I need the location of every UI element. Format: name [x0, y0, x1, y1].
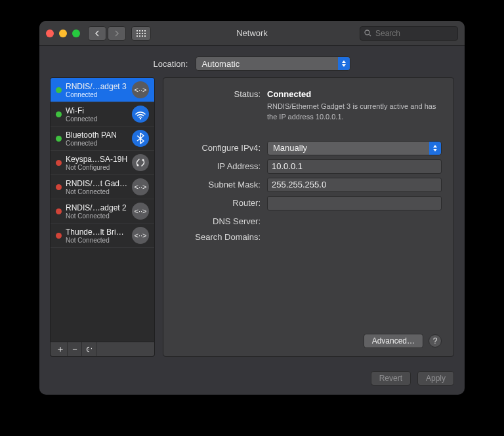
status-description: RNDIS/Ethernet Gadget 3 is currently act…: [267, 102, 442, 123]
interfaces-sidebar: RNDIS/…adget 3Connected<··>Wi-FiConnecte…: [50, 77, 155, 357]
svg-text:<··>: <··>: [135, 183, 147, 191]
svg-rect-11: [144, 35, 146, 37]
search-field[interactable]: [360, 26, 458, 41]
cable-icon: <··>: [132, 227, 149, 244]
search-domains-label: Search Domains:: [175, 230, 267, 242]
status-dot-icon: [56, 184, 62, 190]
close-window-icon[interactable]: [46, 30, 54, 37]
chevron-down-icon: [91, 347, 92, 351]
fullscreen-window-icon[interactable]: [72, 30, 80, 37]
interface-status: Connected: [66, 91, 128, 98]
svg-rect-10: [142, 35, 143, 37]
sidebar-item[interactable]: Wi-FiConnected: [51, 102, 154, 127]
location-value: Automatic: [201, 59, 240, 69]
configure-ipv4-select[interactable]: Manually: [267, 141, 442, 155]
back-button[interactable]: [88, 26, 106, 41]
interface-name: Thunde…lt Bridge: [66, 228, 128, 237]
cable-icon: <··>: [132, 178, 149, 195]
sidebar-item[interactable]: RNDIS/…adget 2Not Connected<··>: [51, 199, 154, 224]
bottom-actions: Revert Apply: [39, 365, 465, 395]
interface-status: Not Connected: [66, 188, 128, 195]
svg-rect-1: [139, 30, 140, 31]
subnet-mask-label: Subnet Mask:: [175, 178, 267, 189]
forward-button[interactable]: [108, 26, 126, 41]
sidebar-item[interactable]: Bluetooth PANConnected: [51, 127, 154, 151]
search-icon: [364, 30, 371, 37]
sidebar-item[interactable]: RNDIS/…adget 3Connected<··>: [51, 78, 154, 102]
search-domains-value: [267, 230, 442, 232]
cable-icon: <··>: [132, 81, 149, 98]
show-all-button[interactable]: [131, 26, 151, 41]
svg-rect-2: [142, 30, 143, 31]
network-preferences-window: Network Location: Automatic RNDIS/…adget…: [39, 21, 465, 395]
interface-name: Keyspa…SA-19H: [66, 155, 128, 164]
bluetooth-icon: [132, 130, 149, 147]
wifi-icon: [132, 106, 149, 123]
svg-text:<··>: <··>: [135, 207, 147, 215]
help-button[interactable]: ?: [429, 334, 442, 347]
svg-point-29: [89, 349, 89, 350]
remove-interface-button[interactable]: －: [68, 342, 82, 356]
chevron-right-icon: [114, 30, 119, 37]
interface-name: RNDIS/…t Gadget: [66, 179, 128, 188]
interface-actions-button[interactable]: [82, 342, 96, 356]
svg-rect-9: [139, 35, 140, 37]
svg-point-19: [132, 154, 149, 171]
svg-point-20: [137, 165, 139, 167]
dns-server-label: DNS Server:: [175, 214, 267, 226]
serial-icon: [132, 154, 149, 171]
status-dot-icon: [56, 208, 62, 214]
svg-text:<··>: <··>: [135, 231, 147, 239]
status-dot-icon: [56, 87, 62, 93]
gear-icon: [86, 346, 89, 353]
status-dot-icon: [56, 111, 62, 117]
add-interface-button[interactable]: ＋: [53, 342, 68, 356]
interface-name: Bluetooth PAN: [66, 130, 128, 140]
interface-status: Connected: [66, 115, 128, 123]
search-input[interactable]: [374, 28, 453, 39]
interface-status: Not Configured: [66, 164, 128, 171]
select-arrows-icon: [338, 57, 350, 70]
svg-rect-8: [136, 35, 138, 37]
interface-name: RNDIS/…adget 3: [66, 82, 128, 91]
location-label: Location:: [154, 59, 188, 69]
svg-point-12: [365, 30, 369, 35]
status-dot-icon: [56, 136, 62, 142]
advanced-button[interactable]: Advanced…: [364, 334, 423, 348]
sidebar-item[interactable]: RNDIS/…t GadgetNot Connected<··>: [51, 175, 154, 199]
svg-rect-0: [136, 30, 138, 31]
router-input[interactable]: [267, 196, 442, 210]
svg-point-17: [140, 118, 141, 119]
interface-name: Wi-Fi: [66, 106, 128, 115]
ip-address-label: IP Address:: [175, 159, 267, 171]
status-dot-icon: [56, 233, 62, 239]
select-arrows-icon: [429, 142, 441, 155]
nav-buttons: [88, 26, 126, 41]
interface-status: Connected: [66, 140, 128, 147]
apply-button[interactable]: Apply: [417, 371, 454, 386]
ip-address-input[interactable]: [267, 159, 442, 174]
revert-button[interactable]: Revert: [371, 371, 411, 386]
location-select[interactable]: Automatic: [196, 56, 350, 71]
svg-text:<··>: <··>: [135, 86, 147, 94]
dns-server-value: [267, 214, 442, 216]
interface-status: Not Connected: [66, 212, 128, 220]
configure-ipv4-value: Manually: [273, 143, 307, 153]
subnet-mask-input[interactable]: [267, 178, 442, 192]
svg-rect-3: [144, 30, 146, 31]
status-dot-icon: [56, 160, 62, 166]
cable-icon: <··>: [132, 203, 149, 220]
minimize-window-icon[interactable]: [59, 30, 67, 37]
sidebar-item[interactable]: Keyspa…SA-19HNot Configured: [51, 151, 154, 175]
details-pane: Status: Connected RNDIS/Ethernet Gadget …: [163, 77, 454, 357]
interface-name: RNDIS/…adget 2: [66, 203, 128, 212]
window-controls: [46, 30, 80, 37]
sidebar-item[interactable]: Thunde…lt BridgeNot Connected<··>: [51, 224, 154, 248]
configure-ipv4-label: Configure IPv4:: [175, 141, 267, 153]
svg-rect-5: [139, 33, 140, 34]
svg-rect-4: [136, 33, 138, 34]
interface-status: Not Connected: [66, 237, 128, 244]
svg-point-21: [142, 159, 144, 161]
status-label: Status:: [175, 87, 267, 99]
chevron-left-icon: [94, 30, 100, 37]
